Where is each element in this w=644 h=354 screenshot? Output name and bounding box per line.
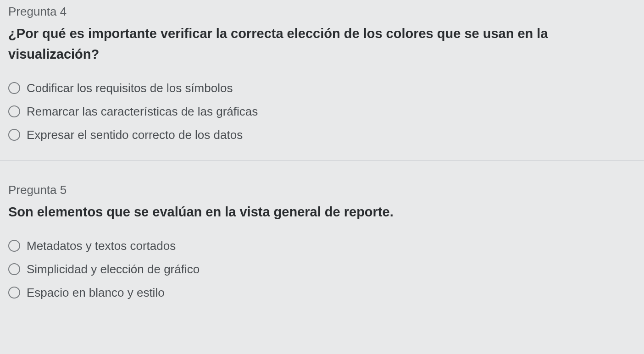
- option-label: Codificar los requisitos de los símbolos: [27, 81, 233, 95]
- radio-icon[interactable]: [8, 287, 20, 299]
- radio-icon[interactable]: [8, 105, 20, 117]
- question-4-block: Pregunta 4 ¿Por qué es importante verifi…: [0, 0, 644, 161]
- radio-icon[interactable]: [8, 129, 20, 141]
- question-5-option-3[interactable]: Espacio en blanco y estilo: [8, 286, 636, 300]
- question-5-option-1[interactable]: Metadatos y textos cortados: [8, 239, 636, 253]
- option-label: Metadatos y textos cortados: [27, 239, 176, 253]
- radio-icon[interactable]: [8, 240, 20, 252]
- option-label: Simplicidad y elección de gráfico: [27, 262, 200, 277]
- question-4-options: Codificar los requisitos de los símbolos…: [8, 81, 636, 142]
- question-5-options: Metadatos y textos cortados Simplicidad …: [8, 239, 636, 300]
- question-5-block: Pregunta 5 Son elementos que se evalúan …: [0, 161, 644, 314]
- option-label: Expresar el sentido correcto de los dato…: [27, 128, 243, 142]
- question-5-text: Son elementos que se evalúan en la vista…: [8, 202, 636, 222]
- question-4-option-3[interactable]: Expresar el sentido correcto de los dato…: [8, 128, 636, 142]
- option-label: Espacio en blanco y estilo: [27, 286, 165, 300]
- option-label: Remarcar las características de las gráf…: [27, 105, 258, 119]
- question-4-option-1[interactable]: Codificar los requisitos de los símbolos: [8, 81, 636, 95]
- question-4-text: ¿Por qué es importante verificar la corr…: [8, 23, 636, 65]
- question-4-label: Pregunta 4: [8, 5, 636, 19]
- question-4-option-2[interactable]: Remarcar las características de las gráf…: [8, 105, 636, 119]
- radio-icon[interactable]: [8, 263, 20, 275]
- question-5-label: Pregunta 5: [8, 183, 636, 197]
- radio-icon[interactable]: [8, 82, 20, 94]
- question-5-option-2[interactable]: Simplicidad y elección de gráfico: [8, 262, 636, 277]
